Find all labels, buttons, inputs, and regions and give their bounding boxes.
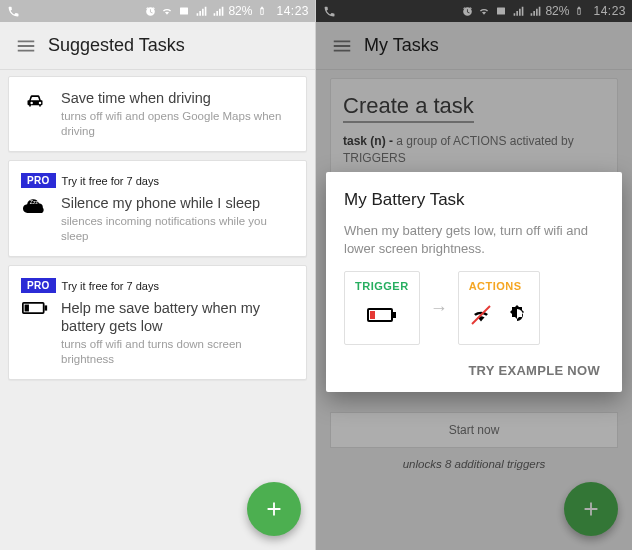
svg-rect-4 bbox=[25, 305, 29, 312]
alarm-icon bbox=[143, 4, 157, 18]
pro-badge: PRO bbox=[21, 173, 56, 188]
battery-low-icon bbox=[367, 307, 397, 327]
sleep-cloud-icon: Zzz bbox=[21, 196, 49, 214]
car-icon bbox=[21, 91, 49, 111]
suggested-list: Save time when driving turns off wifi an… bbox=[0, 70, 315, 394]
trigger-label: TRIGGER bbox=[355, 280, 409, 292]
task-subtitle: turns off wifi and opens Google Maps whe… bbox=[61, 109, 294, 139]
actions-label: ACTIONS bbox=[469, 280, 529, 292]
trigger-box: TRIGGER bbox=[344, 271, 420, 345]
page-title: Suggested Tasks bbox=[48, 35, 185, 56]
battery-icon bbox=[255, 4, 269, 18]
svg-rect-8 bbox=[370, 311, 375, 319]
status-bar: 82% 14:23 bbox=[0, 0, 315, 22]
brightness-icon bbox=[505, 303, 529, 331]
wifi-icon bbox=[160, 4, 174, 18]
task-card[interactable]: PRO Try it free for 7 days Zzz Silence m… bbox=[8, 160, 307, 257]
task-subtitle: turns off wifi and turns down screen bri… bbox=[61, 337, 294, 367]
svg-rect-3 bbox=[45, 305, 48, 310]
task-title: Silence my phone while I sleep bbox=[61, 194, 294, 212]
task-subtitle: silences incoming notifications while yo… bbox=[61, 214, 294, 244]
signal-icon bbox=[194, 4, 208, 18]
trial-text: Try it free for 7 days bbox=[62, 175, 159, 187]
pro-badge: PRO bbox=[21, 278, 56, 293]
task-title: Help me save battery when my battery get… bbox=[61, 299, 294, 335]
clock-text: 14:23 bbox=[276, 4, 309, 18]
task-card[interactable]: PRO Try it free for 7 days Help me save … bbox=[8, 265, 307, 380]
arrow-icon: → bbox=[430, 298, 448, 319]
actions-box: ACTIONS bbox=[458, 271, 540, 345]
svg-text:Zzz: Zzz bbox=[30, 199, 39, 205]
screen-suggested-tasks: 82% 14:23 Suggested Tasks Save time when… bbox=[0, 0, 316, 550]
menu-icon[interactable] bbox=[8, 28, 44, 64]
battery-pct: 82% bbox=[228, 4, 252, 18]
wifi-off-icon bbox=[469, 303, 493, 331]
try-example-button[interactable]: TRY EXAMPLE NOW bbox=[344, 353, 604, 382]
task-title: Save time when driving bbox=[61, 89, 294, 107]
svg-rect-7 bbox=[393, 312, 396, 318]
add-fab[interactable] bbox=[247, 482, 301, 536]
trial-text: Try it free for 7 days bbox=[62, 280, 159, 292]
svg-rect-0 bbox=[180, 8, 188, 15]
app-bar: Suggested Tasks bbox=[0, 22, 315, 70]
dialog-description: When my battery gets low, turn off wifi … bbox=[344, 222, 604, 257]
signal2-icon bbox=[211, 4, 225, 18]
dialog-title: My Battery Task bbox=[344, 190, 604, 210]
task-card[interactable]: Save time when driving turns off wifi an… bbox=[8, 76, 307, 152]
screen-my-tasks: 82% 14:23 My Tasks Create a task task (n… bbox=[316, 0, 632, 550]
phone-icon bbox=[6, 4, 20, 18]
dialog-diagram: TRIGGER → ACTIONS bbox=[344, 271, 604, 345]
example-dialog: My Battery Task When my battery gets low… bbox=[326, 172, 622, 392]
card-icon bbox=[177, 4, 191, 18]
battery-low-icon bbox=[21, 301, 49, 315]
